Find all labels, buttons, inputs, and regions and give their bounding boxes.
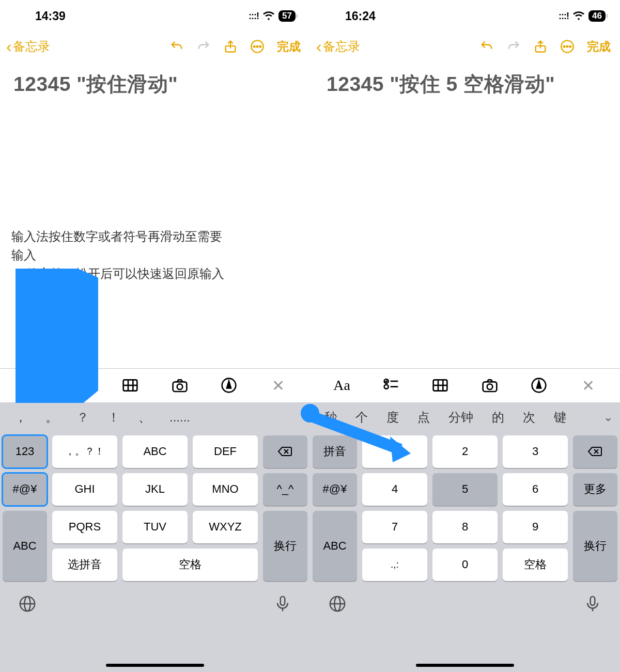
key-backspace[interactable]: [263, 435, 307, 468]
chevron-left-icon: ‹: [6, 37, 12, 56]
table-button[interactable]: [429, 374, 452, 397]
key-ghi[interactable]: GHI: [52, 473, 117, 506]
svg-rect-21: [281, 596, 285, 605]
key-backspace[interactable]: [573, 435, 617, 468]
annotation-text: 输入法按住数字或者符号再滑动至需要输入 的字符，松开后可以快速返回原输入法: [11, 227, 234, 302]
globe-icon[interactable]: [329, 595, 346, 615]
key-3[interactable]: 3: [503, 435, 568, 468]
wifi-icon: [573, 9, 584, 23]
svg-point-30: [384, 385, 389, 389]
key-1[interactable]: 1: [362, 435, 427, 468]
home-indicator[interactable]: [416, 664, 514, 667]
nav-bar: ‹ 备忘录 完成: [0, 32, 310, 61]
table-button[interactable]: [119, 374, 142, 397]
battery-icon: 57: [278, 10, 296, 22]
key-punct[interactable]: ，。？！: [52, 435, 117, 468]
done-button[interactable]: 完成: [587, 39, 611, 55]
key-def[interactable]: DEF: [193, 435, 258, 468]
close-keyboard-button[interactable]: ✕: [577, 374, 599, 397]
key-space[interactable]: 空格: [122, 549, 258, 581]
note-title[interactable]: 12345 "按住滑动": [0, 61, 310, 98]
home-indicator[interactable]: [106, 664, 204, 667]
key-punct[interactable]: .,:: [362, 549, 427, 581]
key-face[interactable]: ^_^: [263, 473, 307, 506]
done-button[interactable]: 完成: [277, 39, 301, 55]
key-enter[interactable]: 换行: [263, 511, 307, 581]
keyboard: 秒 个 度 点 分钟 的 次 键 ⌄ 拼音 1 2 3 #@¥ 4 5 6 更多: [310, 402, 620, 673]
camera-button[interactable]: [168, 374, 191, 397]
share-icon[interactable]: [533, 39, 548, 54]
status-right: :::! 57: [249, 9, 296, 23]
phone-left: 14:39 :::! 57 ‹ 备忘录 完成 12345 "按住: [0, 0, 310, 672]
more-icon[interactable]: [560, 39, 575, 54]
back-button[interactable]: ‹ 备忘录: [316, 37, 360, 56]
key-abc-mode[interactable]: ABC: [313, 511, 357, 581]
checklist-button[interactable]: [70, 374, 92, 397]
key-2[interactable]: 2: [432, 435, 498, 468]
status-bar: 14:39 :::! 57: [0, 0, 310, 32]
markup-button[interactable]: [528, 374, 550, 397]
key-more[interactable]: 更多: [573, 473, 617, 506]
back-button[interactable]: ‹ 备忘录: [6, 37, 50, 56]
key-5[interactable]: 5: [432, 473, 498, 506]
key-0[interactable]: 0: [432, 549, 498, 581]
key-pinyin-mode[interactable]: 拼音: [313, 435, 357, 468]
key-wxyz[interactable]: WXYZ: [193, 511, 258, 543]
key-8[interactable]: 8: [432, 511, 498, 543]
candidate-bar[interactable]: 秒 个 度 点 分钟 的 次 键 ⌄: [310, 402, 620, 432]
globe-icon[interactable]: [19, 595, 36, 615]
status-right: :::! 46: [559, 9, 606, 23]
key-pinyin[interactable]: 选拼音: [52, 549, 117, 581]
redo-icon: [506, 39, 521, 54]
key-enter[interactable]: 换行: [573, 511, 617, 581]
key-symbols[interactable]: #@¥: [313, 473, 357, 506]
key-mno[interactable]: MNO: [193, 473, 258, 506]
undo-icon[interactable]: [169, 39, 184, 54]
markup-button[interactable]: [218, 374, 240, 397]
svg-point-14: [177, 384, 182, 389]
mic-icon[interactable]: [274, 595, 291, 615]
svg-point-26: [569, 46, 571, 48]
signal-icon: :::!: [249, 11, 259, 22]
redo-icon: [196, 39, 211, 54]
key-abc-mode[interactable]: ABC: [3, 511, 47, 581]
format-bar: Aa ✕: [310, 368, 620, 402]
status-time: 14:39: [14, 9, 66, 23]
note-title[interactable]: 12345 "按住 5 空格滑动": [310, 61, 620, 98]
mic-icon[interactable]: [584, 595, 601, 615]
text-format-button[interactable]: Aa: [21, 374, 43, 397]
svg-point-2: [254, 46, 255, 48]
key-7[interactable]: 7: [362, 511, 427, 543]
key-pqrs[interactable]: PQRS: [52, 511, 117, 543]
candidate-bar[interactable]: ， 。 ？ ！ 、 ......: [0, 402, 310, 432]
status-time: 16:24: [324, 9, 376, 23]
battery-icon: 46: [588, 10, 606, 22]
key-6[interactable]: 6: [503, 473, 568, 506]
key-symbols[interactable]: #@¥: [3, 473, 47, 506]
close-keyboard-button[interactable]: ✕: [267, 374, 289, 397]
format-bar: Aa ✕: [0, 368, 310, 402]
camera-button[interactable]: [478, 374, 501, 397]
svg-point-24: [564, 46, 565, 48]
status-bar: 16:24 :::! 46: [310, 0, 620, 32]
key-space[interactable]: 空格: [503, 549, 568, 581]
text-format-button[interactable]: Aa: [331, 374, 353, 397]
phone-right: 16:24 :::! 46 ‹ 备忘录 完成 12345 "按住: [310, 0, 620, 672]
checklist-button[interactable]: [380, 374, 402, 397]
key-4[interactable]: 4: [362, 473, 427, 506]
svg-point-8: [74, 385, 79, 389]
nav-bar: ‹ 备忘录 完成: [310, 32, 620, 61]
more-icon[interactable]: [250, 39, 265, 54]
key-9[interactable]: 9: [503, 511, 568, 543]
key-123[interactable]: 123: [3, 435, 47, 468]
svg-point-36: [487, 384, 492, 389]
undo-icon[interactable]: [479, 39, 494, 54]
key-jkl[interactable]: JKL: [122, 473, 188, 506]
share-icon[interactable]: [223, 39, 238, 54]
back-label: 备忘录: [323, 38, 360, 55]
keyboard: ， 。 ？ ！ 、 ...... 123 ，。？！ ABC DEF #@¥ GH…: [0, 402, 310, 673]
key-abc[interactable]: ABC: [122, 435, 188, 468]
back-label: 备忘录: [13, 38, 50, 55]
chevron-down-icon[interactable]: ⌄: [603, 411, 613, 424]
key-tuv[interactable]: TUV: [122, 511, 188, 543]
